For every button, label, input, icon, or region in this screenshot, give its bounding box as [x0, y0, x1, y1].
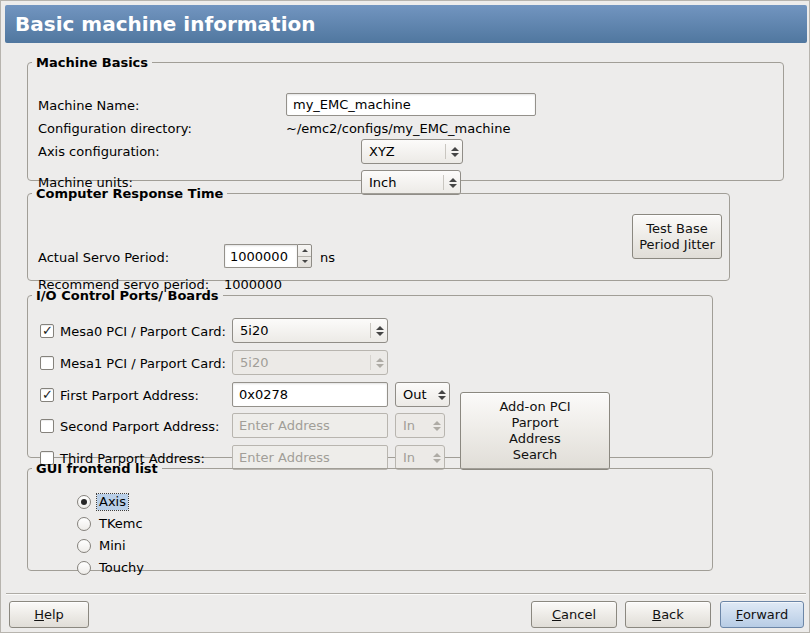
- arrow-down-icon: [302, 260, 308, 263]
- radio-label-tkemc: TKemc: [97, 516, 145, 532]
- first-parport-address-input[interactable]: [232, 382, 388, 407]
- axis-config-label: Axis configuration:: [38, 144, 160, 159]
- forward-button-label: orward: [743, 607, 788, 622]
- radio-option-mini[interactable]: Mini: [77, 537, 128, 555]
- help-button[interactable]: Help: [9, 601, 89, 628]
- forward-button-mnemonic: F: [736, 607, 743, 622]
- back-button-mnemonic: B: [652, 607, 661, 622]
- first-parport-direction-combobox[interactable]: Out: [395, 382, 450, 407]
- basic-machine-information-window: Basic machine information Machine Basics…: [0, 0, 810, 633]
- mesa0-checkbox[interactable]: [40, 324, 54, 338]
- chevron-up-down-icon: [438, 390, 446, 400]
- forward-button[interactable]: Forward: [720, 601, 804, 628]
- mesa1-card-value: 5i20: [233, 351, 387, 374]
- first-parport-checkbox[interactable]: [40, 388, 54, 402]
- mesa0-card-combobox[interactable]: 5i20: [232, 318, 388, 343]
- radio-icon: [77, 495, 91, 509]
- computer-response-time-group: Computer Response Time Test Base Period …: [27, 186, 730, 281]
- second-parport-direction-combobox: In: [395, 413, 445, 438]
- chevron-up-down-icon: [433, 421, 441, 431]
- radio-option-tkemc[interactable]: TKemc: [77, 515, 145, 533]
- machine-name-input[interactable]: [286, 93, 536, 116]
- cancel-button[interactable]: Cancel: [531, 601, 617, 628]
- test-base-period-jitter-button[interactable]: Test Base Period Jitter: [632, 214, 722, 259]
- mesa1-label: Mesa1 PCI / Parport Card:: [60, 356, 226, 371]
- chevron-up-down-icon: [376, 326, 384, 336]
- radio-label-mini: Mini: [97, 538, 128, 554]
- combo-separator: [370, 323, 371, 338]
- gui-frontend-group: GUI frontend list Axis TKemc Mini Touchy: [27, 461, 713, 571]
- axis-config-combobox[interactable]: XYZ: [361, 139, 463, 164]
- machine-name-label: Machine Name:: [38, 98, 139, 113]
- cancel-button-label: ancel: [561, 607, 596, 622]
- io-row-mesa0: Mesa0 PCI / Parport Card: 5i20: [28, 318, 712, 344]
- back-button-label: ack: [661, 607, 684, 622]
- page-title: Basic machine information: [5, 5, 807, 43]
- axis-config-value: XYZ: [362, 140, 462, 163]
- addon-pci-parport-search-button[interactable]: Add-on PCI Parport Address Search: [460, 392, 610, 470]
- mesa0-card-value: 5i20: [233, 319, 387, 342]
- combo-separator: [370, 355, 371, 370]
- config-directory-label: Configuration directory:: [38, 121, 192, 136]
- servo-period-input[interactable]: [224, 244, 297, 268]
- servo-period-spinbox: [224, 244, 312, 268]
- addon-button-line2: Parport: [511, 415, 558, 431]
- combo-separator: [445, 144, 446, 159]
- cancel-button-mnemonic: C: [552, 607, 561, 622]
- gui-frontend-legend: GUI frontend list: [32, 461, 162, 476]
- back-button[interactable]: Back: [625, 601, 711, 628]
- computer-response-time-legend: Computer Response Time: [32, 186, 227, 201]
- io-control-ports-legend: I/O Control Ports/ Boards: [32, 288, 223, 303]
- io-row-mesa1: Mesa1 PCI / Parport Card: 5i20: [28, 350, 712, 376]
- help-button-label: elp: [44, 607, 64, 622]
- machine-basics-group: Machine Basics Machine Name: Configurati…: [27, 55, 784, 181]
- separator: [6, 593, 806, 595]
- test-button-line1: Test Base: [646, 221, 707, 237]
- radio-icon: [77, 561, 91, 575]
- radio-option-axis[interactable]: Axis: [77, 493, 128, 511]
- second-parport-label: Second Parport Address:: [60, 419, 219, 434]
- arrow-up-icon: [302, 249, 308, 252]
- second-parport-checkbox[interactable]: [40, 419, 54, 433]
- second-parport-address-input: [232, 413, 388, 438]
- test-button-line2: Period Jitter: [639, 237, 715, 253]
- radio-label-touchy: Touchy: [97, 560, 146, 576]
- radio-icon: [77, 517, 91, 531]
- servo-period-units: ns: [320, 250, 335, 265]
- radio-icon: [77, 539, 91, 553]
- io-control-ports-group: I/O Control Ports/ Boards Mesa0 PCI / Pa…: [27, 288, 713, 458]
- machine-basics-legend: Machine Basics: [32, 55, 152, 70]
- chevron-up-down-icon: [376, 358, 384, 368]
- addon-button-line1: Add-on PCI: [499, 399, 570, 415]
- mesa1-card-combobox: 5i20: [232, 350, 388, 375]
- mesa0-label: Mesa0 PCI / Parport Card:: [60, 324, 226, 339]
- help-button-mnemonic: H: [34, 607, 44, 622]
- config-directory-value: ~/emc2/configs/my_EMC_machine: [286, 121, 510, 136]
- spin-steppers: [297, 244, 312, 268]
- servo-period-label: Actual Servo Period:: [38, 250, 169, 265]
- spin-down-button[interactable]: [298, 257, 311, 268]
- mesa1-checkbox[interactable]: [40, 356, 54, 370]
- radio-option-touchy[interactable]: Touchy: [77, 559, 146, 577]
- first-parport-label: First Parport Address:: [60, 388, 199, 403]
- radio-label-axis: Axis: [97, 494, 128, 510]
- chevron-up-down-icon: [451, 147, 459, 157]
- spin-up-button[interactable]: [298, 245, 311, 257]
- addon-button-line3: Address: [509, 431, 561, 447]
